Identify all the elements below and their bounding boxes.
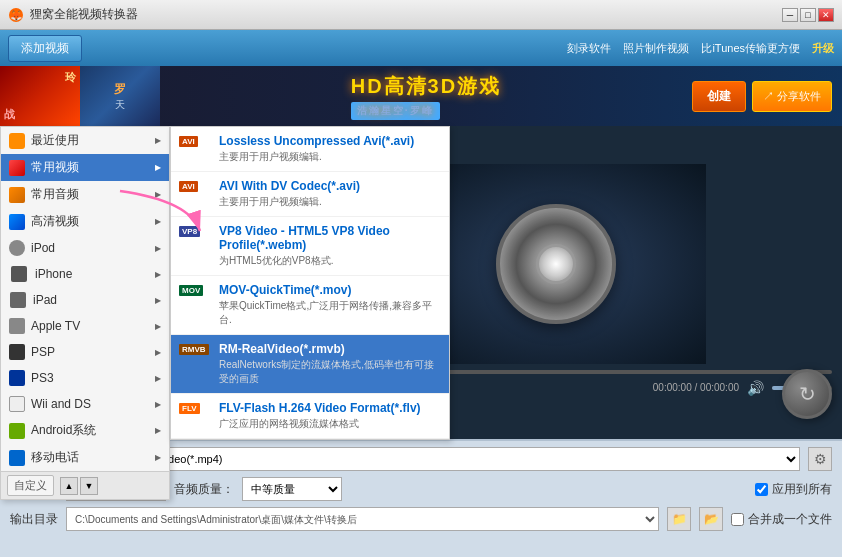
merge-label: 合并成一个文件 xyxy=(731,511,832,528)
customize-button[interactable]: 自定义 xyxy=(7,475,54,496)
video-preview xyxy=(406,164,706,364)
submenu-avi-dv[interactable]: AVI AVI With DV Codec(*.avi) 主要用于用户视频编辑. xyxy=(171,172,449,217)
psp-icon xyxy=(9,344,25,360)
toolbar-links: 刻录软件 照片制作视频 比iTunes传输更方便 升级 xyxy=(567,41,834,56)
arrow-icon: ▶ xyxy=(155,136,161,145)
wii-icon xyxy=(9,396,25,412)
video-icon xyxy=(9,160,25,176)
arrow-icon: ▶ xyxy=(155,400,161,409)
sort-buttons: ▲ ▼ xyxy=(60,477,98,495)
output-folder-button[interactable]: 📁 xyxy=(667,507,691,531)
submenu: AVI Lossless Uncompressed Avi(*.avi) 主要用… xyxy=(170,126,450,440)
cat-ps3[interactable]: PS3 ▶ xyxy=(1,365,169,391)
itunes-link[interactable]: 比iTunes传输更方便 xyxy=(701,41,800,56)
apply-all-checkbox[interactable] xyxy=(755,483,768,496)
banner-subtitle: 浩瀚星空·罗峰 xyxy=(351,102,440,120)
avi-dv-badge-icon: AVI xyxy=(179,179,211,203)
category-menu: 最近使用 ▶ 常用视频 ▶ 常用音频 ▶ 高清视频 ▶ iPod ▶ xyxy=(0,126,170,500)
film-reel-inner xyxy=(536,244,576,284)
ipod-icon xyxy=(9,240,25,256)
volume-button[interactable]: 🔊 xyxy=(747,380,764,396)
minimize-button[interactable]: ─ xyxy=(782,8,798,22)
cat-mobile[interactable]: 移动电话 ▶ xyxy=(1,444,169,471)
preset-settings-button[interactable]: ⚙ xyxy=(808,447,832,471)
customize-bar: 自定义 ▲ ▼ xyxy=(1,471,169,499)
left-panel: 使用方 1. 点击左上 2. 点击左上 3. 点击 " 4. 最后点击 最近使用… xyxy=(0,126,270,439)
arrow-icon: ▶ xyxy=(155,426,161,435)
arrow-icon: ▶ xyxy=(155,374,161,383)
arrow-icon: ▶ xyxy=(155,453,161,462)
banner: 玲 战 罗 天 HD高清3D游戏 浩瀚星空·罗峰 创建 ↗ 分享软件 xyxy=(0,66,842,126)
refresh-button[interactable]: ↻ xyxy=(782,369,832,419)
sort-down-button[interactable]: ▼ xyxy=(80,477,98,495)
cat-recent[interactable]: 最近使用 ▶ xyxy=(1,127,169,154)
mov-badge-icon: MOV xyxy=(179,283,211,307)
apply-all-label: 应用到所有 xyxy=(755,481,832,498)
banner-badge2: 罗 天 xyxy=(80,66,160,126)
ps3-icon xyxy=(9,370,25,386)
android-icon xyxy=(9,423,25,439)
apple-icon xyxy=(9,318,25,334)
cat-audio[interactable]: 常用音频 ▶ xyxy=(1,181,169,208)
banner-badge1: 玲 战 xyxy=(0,66,80,126)
merge-checkbox[interactable] xyxy=(731,513,744,526)
arrow-icon: ▶ xyxy=(155,270,161,279)
refresh-area: ↻ xyxy=(782,369,832,419)
time-display: 00:00:00 / 00:00:00 xyxy=(653,382,739,393)
output-open-button[interactable]: 📂 xyxy=(699,507,723,531)
avi-badge-icon: AVI xyxy=(179,134,211,158)
maximize-button[interactable]: □ xyxy=(800,8,816,22)
audio-quality-label: 音频质量： xyxy=(174,481,234,498)
mobile-icon xyxy=(9,450,25,466)
svg-text:🦊: 🦊 xyxy=(10,9,23,22)
upgrade-link[interactable]: 升级 xyxy=(812,41,834,56)
banner-share-button[interactable]: ↗ 分享软件 xyxy=(752,81,832,112)
banner-create-button[interactable]: 创建 xyxy=(692,81,746,112)
arrow-icon: ▶ xyxy=(155,322,161,331)
photo-video-link[interactable]: 照片制作视频 xyxy=(623,41,689,56)
submenu-mov[interactable]: MOV MOV-QuickTime(*.mov) 苹果QuickTime格式,广… xyxy=(171,276,449,335)
submenu-lossless[interactable]: AVI Lossless Uncompressed Avi(*.avi) 主要用… xyxy=(171,127,449,172)
add-video-button[interactable]: 添加视频 xyxy=(8,35,82,62)
app-title: 狸窝全能视频转换器 xyxy=(30,6,782,23)
cat-android[interactable]: Android系统 ▶ xyxy=(1,417,169,444)
submenu-flv[interactable]: FLV FLV-Flash H.264 Video Format(*.flv) … xyxy=(171,394,449,439)
arrow-icon: ▶ xyxy=(155,217,161,226)
clock-icon xyxy=(9,133,25,149)
rmvb-badge-icon: RMVB xyxy=(179,342,211,366)
cat-ipod[interactable]: iPod ▶ xyxy=(1,235,169,261)
audio-icon xyxy=(9,187,25,203)
preset-select[interactable]: MP4-MPEG-4 Video(*.mp4) xyxy=(78,447,800,471)
cat-psp[interactable]: PSP ▶ xyxy=(1,339,169,365)
submenu-vp8[interactable]: VP8 VP8 Video - HTML5 VP8 Video Profile(… xyxy=(171,217,449,276)
audio-quality-select[interactable]: 中等质量 xyxy=(242,477,342,501)
window-controls: ─ □ ✕ xyxy=(782,8,834,22)
cat-video[interactable]: 常用视频 ▶ xyxy=(1,154,169,181)
title-bar: 🦊 狸窝全能视频转换器 ─ □ ✕ xyxy=(0,0,842,30)
iphone-icon xyxy=(11,266,27,282)
app-icon: 🦊 xyxy=(8,7,24,23)
arrow-icon: ▶ xyxy=(155,296,161,305)
output-row: 输出目录 C:\Documents and Settings\Administr… xyxy=(10,507,832,531)
cat-wii[interactable]: Wii and DS ▶ xyxy=(1,391,169,417)
flv-badge-icon: FLV xyxy=(179,401,211,425)
banner-game-title: HD高清3D游戏 浩瀚星空·罗峰 xyxy=(160,73,692,120)
output-path-select[interactable]: C:\Documents and Settings\Administrator\… xyxy=(66,507,659,531)
submenu-rmvb[interactable]: RMVB RM-RealVideo(*.rmvb) RealNetworks制定… xyxy=(171,335,449,394)
arrow-icon: ▶ xyxy=(155,244,161,253)
film-reel xyxy=(496,204,616,324)
sort-up-button[interactable]: ▲ xyxy=(60,477,78,495)
banner-buttons: 创建 ↗ 分享软件 xyxy=(692,81,842,112)
close-button[interactable]: ✕ xyxy=(818,8,834,22)
apply-all-text: 应用到所有 xyxy=(772,481,832,498)
burn-software-link[interactable]: 刻录软件 xyxy=(567,41,611,56)
cat-apple-tv[interactable]: Apple TV ▶ xyxy=(1,313,169,339)
output-label: 输出目录 xyxy=(10,511,58,528)
cat-ipad[interactable]: iPad ▶ xyxy=(1,287,169,313)
arrow-icon: ▶ xyxy=(155,163,161,172)
cat-hd[interactable]: 高清视频 ▶ xyxy=(1,208,169,235)
arrow-icon: ▶ xyxy=(155,348,161,357)
hd-icon xyxy=(9,214,25,230)
arrow-icon: ▶ xyxy=(155,190,161,199)
cat-iphone[interactable]: iPhone ▶ xyxy=(1,261,169,287)
